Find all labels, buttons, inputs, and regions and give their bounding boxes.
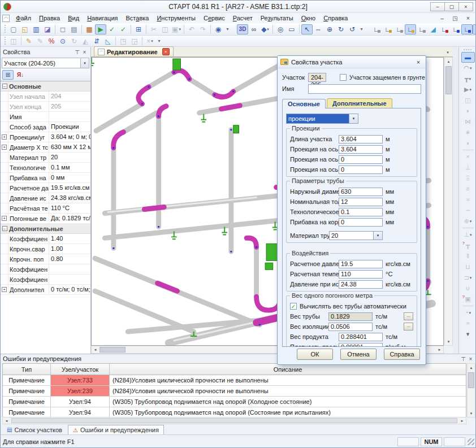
save-icon[interactable]: ▥	[31, 24, 42, 34]
solid-view-icon[interactable]: ◆▾	[259, 24, 271, 34]
expand-icon[interactable]: +	[2, 145, 7, 150]
view-vertical-scrollbar[interactable]: ▲ ▼	[444, 57, 453, 346]
scroll-up-icon[interactable]: ▲	[468, 364, 475, 371]
pan-icon[interactable]: ⇔	[313, 24, 324, 34]
child-close-icon[interactable]: ×	[464, 15, 472, 21]
child-minimize-icon[interactable]: –	[438, 15, 446, 21]
help-icon[interactable]: ◉	[213, 24, 224, 34]
scroll-thumb[interactable]	[468, 372, 474, 388]
renumber-icon[interactable]: ⇵	[91, 36, 102, 46]
insert-node-icon[interactable]: ⊙	[57, 36, 68, 46]
print-icon[interactable]: ▤	[68, 24, 80, 34]
field-input[interactable]: 12	[339, 198, 383, 206]
editor-mode-icon[interactable]: ▶	[95, 24, 106, 34]
pin-icon[interactable]: ⊤	[460, 356, 467, 362]
material-combobox[interactable]: 20▾	[329, 231, 383, 240]
property-row[interactable]: Способ задаПроекции	[1, 122, 90, 132]
property-value[interactable]: 205	[49, 102, 90, 111]
pipe-segment-icon[interactable]: ▬	[461, 52, 475, 63]
property-category[interactable]: –Основные	[1, 81, 90, 92]
select-cursor-icon[interactable]: ↖	[301, 24, 313, 34]
zoom-icon[interactable]: ⊕	[324, 24, 335, 34]
zoom-window-icon[interactable]: ▭	[286, 24, 297, 34]
tab-sections-list[interactable]: ▤ Список участков	[2, 425, 67, 434]
segment-props-icon[interactable]: ∟	[405, 24, 416, 34]
property-value[interactable]: Да; 0.1829 тс/м;	[49, 214, 90, 223]
expand-icon[interactable]: +	[2, 134, 7, 140]
chevron-down-icon[interactable]: ▾	[80, 58, 89, 68]
property-value[interactable]: 204	[49, 92, 90, 101]
edit-percent-icon[interactable]: %	[46, 36, 57, 46]
property-row[interactable]: Коэффициен1.40	[1, 234, 90, 244]
field-input[interactable]: 0.99991	[339, 343, 383, 347]
property-value[interactable]: 0.80	[49, 254, 90, 264]
elbow-icon[interactable]: ◠▾	[461, 63, 475, 73]
slope-marker-icon[interactable]: ◢	[427, 24, 439, 34]
menu-item-0[interactable]: Файл	[12, 13, 35, 23]
error-row[interactable]: ПримечаниеУзел:239(N284)Условия цикличес…	[3, 386, 466, 397]
tabstrip-overflow-icon[interactable]: ▾	[444, 49, 452, 56]
field-input[interactable]: 0.0506	[328, 323, 373, 331]
menu-item-3[interactable]: Навигация	[83, 13, 122, 23]
property-value[interactable]	[49, 264, 90, 274]
property-row[interactable]: +Диаметр X тс630 мм X 12 мм	[1, 142, 90, 153]
tab-close-icon[interactable]: ×	[162, 48, 170, 55]
categorized-button[interactable]: ⊞	[2, 70, 14, 80]
segment-split-icon[interactable]: ∟	[382, 24, 393, 34]
open-folder-icon[interactable]: ◱	[19, 24, 31, 34]
scroll-left-icon[interactable]: ◄	[92, 346, 99, 354]
menu-item-9[interactable]: Окно	[297, 13, 320, 23]
errors-horizontal-scrollbar[interactable]: ◄ ►	[2, 417, 466, 424]
segment-small-icon[interactable]: ∟	[416, 24, 427, 34]
field-input[interactable]: 630	[339, 188, 383, 196]
menu-item-5[interactable]: Инструменты	[153, 13, 200, 23]
property-row[interactable]: +Погонные веДа; 0.1829 тс/м;	[1, 214, 90, 224]
property-value[interactable]: 3.604 м; 0 м; 0 м	[49, 132, 90, 142]
toolbar-overflow-icon[interactable]: ▾	[461, 329, 475, 340]
property-row[interactable]: Кпрочн.свар1.00	[1, 244, 90, 254]
tab-errors-warnings[interactable]: ⚠ Ошибки и предупреждения	[68, 425, 164, 434]
field-input[interactable]: 110	[339, 270, 383, 279]
property-value[interactable]: 0 мм	[49, 173, 90, 182]
property-row[interactable]: Кпрочн. поп0.80	[1, 254, 90, 264]
scroll-down-icon[interactable]: ▼	[445, 338, 452, 345]
property-value[interactable]: 1.40	[49, 234, 90, 243]
column-header[interactable]: Узел/участок	[51, 364, 110, 375]
scroll-right-icon[interactable]: ►	[458, 417, 466, 424]
new-document-icon[interactable]: ▢	[8, 24, 19, 34]
menu-item-7[interactable]: Расчет	[229, 13, 257, 23]
property-row[interactable]: Узел начала204	[1, 92, 90, 102]
dropdown-icon[interactable]: ▾	[349, 114, 358, 123]
toolbar-overflow-icon[interactable]: ▾	[155, 36, 163, 46]
segment-plus-icon[interactable]: ∟	[473, 24, 476, 34]
tab-additional[interactable]: Дополнительные	[327, 98, 392, 108]
help-button[interactable]: Справка	[384, 349, 420, 360]
panel-close-icon[interactable]: ×	[467, 356, 474, 362]
property-value[interactable]: 0 тс/м; 0 тс/м; 0	[49, 285, 90, 294]
rotate-cw-icon[interactable]: ↻	[335, 24, 347, 34]
property-value[interactable]: 630 мм X 12 мм	[49, 142, 90, 152]
segment-edit-icon[interactable]: ∟	[371, 24, 382, 34]
field-input[interactable]: 0.1829	[328, 312, 373, 321]
property-value[interactable]: 20	[49, 153, 90, 162]
browse-button[interactable]: ...	[404, 312, 413, 320]
object-selector[interactable]: Участок (204-205) ▾	[2, 58, 89, 68]
tee-icon[interactable]: ┳▾	[461, 73, 475, 84]
property-value[interactable]: 110 °C	[49, 203, 90, 213]
dialog-close-icon[interactable]: ×	[414, 58, 423, 67]
mode-combobox[interactable]: проекции ▾	[286, 114, 358, 124]
field-input[interactable]: 24.38	[339, 280, 383, 289]
scroll-thumb[interactable]	[445, 66, 452, 94]
column-header[interactable]: Тип	[3, 364, 51, 375]
pin-icon[interactable]: ⊤	[73, 49, 81, 55]
maximize-button[interactable]: ▢	[444, 2, 459, 11]
check-source-icon[interactable]: ✓	[106, 24, 118, 34]
ok-button[interactable]: ОК	[297, 349, 333, 360]
property-row[interactable]: Прибавка на0 мм	[1, 173, 90, 183]
scroll-right-icon[interactable]: ►	[436, 346, 443, 354]
menu-item-2[interactable]: Вид	[64, 13, 83, 23]
property-value[interactable]: 24.38 кгс/кв.см	[49, 193, 90, 203]
menu-item-1[interactable]: Правка	[35, 13, 64, 23]
export-icon[interactable]: ◪	[42, 24, 53, 34]
property-row[interactable]: Материал тр20	[1, 153, 90, 163]
